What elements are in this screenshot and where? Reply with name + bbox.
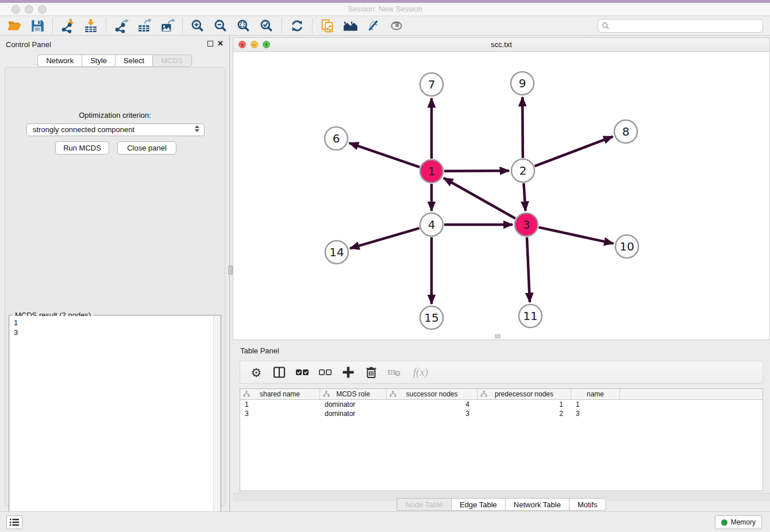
close-panel-button[interactable]: Close panel [117,141,176,155]
vertical-splitter-handle[interactable] [228,265,233,275]
function-builder-icon: f(x) [409,364,432,380]
toolbar-separator [52,18,53,33]
column-header-successor-nodes[interactable]: successor nodes [387,389,478,399]
network-window-titlebar[interactable]: x − + scc.txt [233,38,769,52]
cell-predecessor-nodes[interactable]: 1 [478,400,571,409]
zoom-in-icon[interactable] [189,18,206,34]
save-session-icon[interactable] [29,18,46,34]
edge-4-14[interactable] [350,228,419,248]
toolbar-separator [182,18,183,33]
node-label-6: 6 [333,132,340,145]
node-label-1: 1 [428,164,436,178]
table-header-row[interactable]: shared nameMCDS rolesuccessor nodesprede… [240,389,763,400]
horizontal-splitter-handle[interactable] [495,334,500,338]
delete-row-icon[interactable] [363,364,379,380]
tab-mcds[interactable]: MCDS [152,55,191,67]
cell-shared-name[interactable]: 1 [240,400,320,409]
tab-style[interactable]: Style [82,55,115,67]
table-row[interactable]: 3dominator323 [240,409,763,418]
cell-shared-name[interactable]: 3 [240,409,320,418]
column-header-shared-name[interactable]: shared name [240,389,320,399]
close-panel-icon[interactable]: ✕ [217,39,224,48]
window-title: Session: New Session [0,5,770,13]
deselect-all-icon[interactable] [317,364,333,380]
cell-successor-nodes[interactable]: 3 [387,409,478,418]
column-header-predecessor-nodes[interactable]: predecessor nodes [478,389,571,399]
edge-3-1[interactable] [444,178,515,218]
search-input[interactable] [610,21,763,31]
float-panel-icon[interactable] [207,41,213,47]
tab-network-table[interactable]: Network Table [505,498,569,511]
edge-3-10[interactable] [538,228,613,244]
toolbar-separator [312,18,313,33]
export-table-icon[interactable] [136,18,153,34]
tab-select[interactable]: Select [115,55,152,67]
table-tabs: Node Table Edge Table Network Table Moti… [233,498,770,511]
node-label-3: 3 [523,218,530,232]
cell-MCDS-role[interactable]: dominator [320,400,387,409]
network-canvas[interactable]: 7968124314101511 [233,52,769,340]
column-header-MCDS-role[interactable]: MCDS role [320,389,387,399]
table-row[interactable]: 1dominator411 [240,400,763,409]
cell-name[interactable]: 1 [571,400,620,409]
cell-MCDS-role[interactable]: dominator [320,409,387,418]
home-icon[interactable] [342,18,359,34]
tab-node-table[interactable]: Node Table [396,498,451,511]
cell-name[interactable]: 3 [571,409,620,418]
toolbar-separator [106,18,106,33]
optimization-criterion-label: Optimization criterion: [5,111,225,119]
edge-2-9[interactable] [522,97,523,158]
result-scrollbar[interactable] [213,316,220,532]
tab-edge-table[interactable]: Edge Table [451,498,505,511]
run-mcds-button[interactable]: Run MCDS [55,141,109,155]
task-history-button[interactable] [6,515,22,529]
memory-label: Memory [731,518,756,526]
node-label-8: 8 [622,125,630,138]
select-all-icon[interactable] [294,364,310,380]
edge-2-3[interactable] [523,183,525,211]
open-session-icon[interactable] [6,18,23,34]
table-panel: Table Panel ✕ ⚙ [233,342,770,511]
search-box[interactable] [598,19,763,33]
table-body[interactable]: 1dominator4113dominator323 [240,400,763,418]
tab-network[interactable]: Network [37,55,82,67]
memory-button[interactable]: Memory [715,515,762,529]
app-window: Session: New Session [0,0,770,532]
node-label-2: 2 [519,164,527,178]
add-row-icon[interactable] [340,364,356,380]
column-layout-icon[interactable] [271,364,287,380]
mcds-result-group: MCDS result (2 nodes) 1 3 [9,315,221,532]
zoom-fit-icon[interactable] [235,18,252,34]
import-network-icon[interactable] [59,18,76,34]
table-toolbar: ⚙ f(x) [240,361,763,384]
edge-2-8[interactable] [535,137,613,167]
network-graph[interactable]: 7968124314101511 [233,52,769,340]
column-header-name[interactable]: name [571,389,620,399]
export-network-icon[interactable] [113,18,130,34]
cell-successor-nodes[interactable]: 4 [387,400,478,409]
status-bar: Memory [0,511,770,532]
export-image-icon[interactable] [159,18,176,34]
node-table[interactable]: shared nameMCDS rolesuccessor nodesprede… [240,388,763,491]
criterion-dropdown[interactable]: strongly connected component [26,124,205,136]
import-table-icon[interactable] [82,18,99,34]
search-icon [602,22,610,30]
edge-3-11[interactable] [527,237,530,302]
node-label-15: 15 [424,311,438,325]
main-toolbar [0,17,770,36]
node-label-7: 7 [428,78,436,91]
edge-1-6[interactable] [349,143,419,167]
graphics-details-icon[interactable] [365,18,382,34]
edge-1-2[interactable] [444,171,509,171]
cell-predecessor-nodes[interactable]: 2 [478,409,571,418]
apply-layout-icon[interactable] [288,18,306,34]
zoom-out-icon[interactable] [212,18,229,34]
zoom-selected-icon[interactable] [258,18,275,34]
control-panel-title: Control Panel [6,40,51,49]
tab-motifs[interactable]: Motifs [569,498,606,511]
settings-gear-icon[interactable]: ⚙ [248,364,264,380]
eye-icon[interactable] [388,18,405,34]
mcds-result-textarea[interactable]: 1 3 [10,316,220,532]
clone-network-icon[interactable] [319,18,336,34]
delete-table-icon [386,364,402,380]
